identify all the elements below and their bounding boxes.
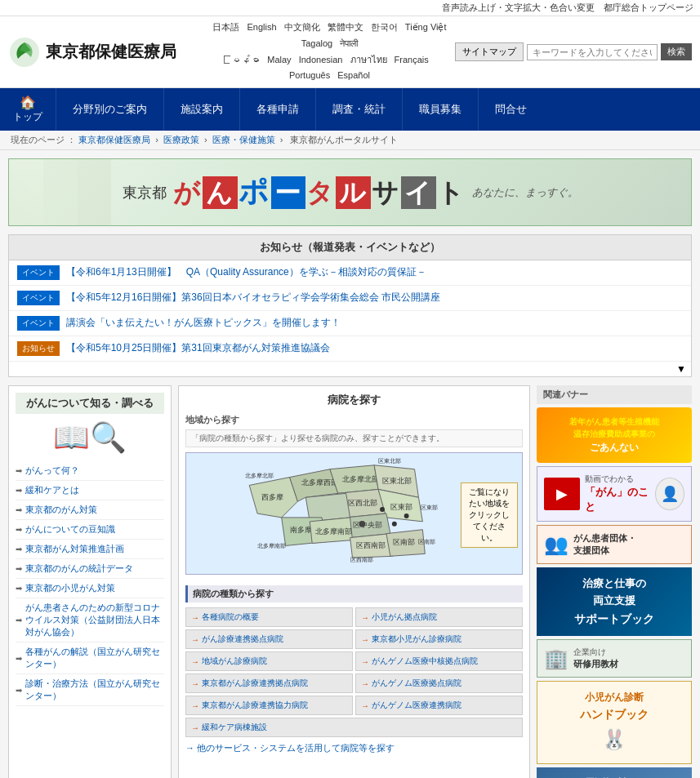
link-cancer-types[interactable]: ➡ 各種がんの解説（国立がん研究センター） [16, 646, 164, 670]
header-bar: 東京都保健医療局 日本語 English 中文簡化 繁體中文 한국어 Tiếng… [0, 16, 700, 88]
type-search-title: 病院の種類から探す [185, 585, 523, 602]
map-label-kitaw: 北多摩西部 [301, 479, 338, 487]
link-tokyo-measures[interactable]: ➡ 東京都のがん対策 [16, 504, 164, 516]
search-input[interactable] [527, 44, 658, 60]
arrow-icon: → [191, 657, 199, 666]
link-stats[interactable]: ➡ 東京都のがんの統計データ [16, 562, 164, 575]
list-item: ➡ 各種がんの解説（国立がん研究センター） [16, 642, 164, 674]
nav-division-guide[interactable]: 分野別のご案内 [56, 88, 163, 131]
main-navigation: 🏠 トップ 分野別のご案内 施設案内 各種申請 調査・統計 職員募集 問合せ [0, 88, 700, 131]
map-label-kucenter: 区中央部 [353, 521, 382, 529]
lang-zh-s[interactable]: 中文簡化 [284, 22, 320, 32]
news-item-2: イベント 【令和5年12月16日開催】第36回日本バイオセラピィ学会学術集会総会… [9, 286, 691, 311]
news-badge-3: イベント [17, 316, 60, 331]
type-general-hospitals[interactable]: → 各種病院の概要 [185, 607, 353, 627]
type-genome-core[interactable]: → がんゲノム医療中核拠点病院 [355, 651, 523, 671]
map-label-kitas: 北多摩南部 [315, 527, 352, 536]
news-link-2[interactable]: 【令和5年12月16日開催】第36回日本バイオセラピィ学会学術集会総会 市民公開… [66, 291, 440, 305]
type-tokyo-coop[interactable]: → 東京都がん診療連携協力病院 [185, 696, 353, 715]
lang-id[interactable]: Indonesian [299, 55, 343, 64]
link-corona[interactable]: ➡ がん患者さんのための新型コロナウイルス対策（公益財団法人日本対がん協会） [16, 602, 164, 638]
list-item: ➡ 東京都の小児がん対策 [16, 579, 164, 598]
link-plan[interactable]: ➡ 東京都がん対策推進計画 [16, 543, 164, 555]
nav-recruitment[interactable]: 職員募集 [402, 88, 478, 131]
news-link-1[interactable]: 【令和6年1月13日開催】 QA（Quality Assurance）を学ぶ－相… [66, 265, 426, 279]
link-knowledge[interactable]: ➡ がんについての豆知識 [16, 523, 164, 536]
link-child-cancer[interactable]: ➡ 東京都の小児がん対策 [16, 582, 164, 594]
child-cancer-banner[interactable]: 小児がん診断 ハンドブック 🐰 [537, 681, 692, 764]
lang-ms[interactable]: Malay [267, 55, 291, 64]
news-link-3[interactable]: 講演会「いま伝えたい！がん医療トピックス」を開催します！ [66, 316, 341, 330]
breadcrumb-home[interactable]: 東京都保健医療局 [78, 135, 150, 144]
type-genome-network[interactable]: → がんゲノム医療連携病院 [355, 696, 523, 715]
young-cancer-banner[interactable]: 若年がん患者等生殖機能 温存治療費助成事業の ごあんない [537, 407, 692, 463]
list-item: ➡ がんについての豆知識 [16, 520, 164, 540]
lang-my[interactable]: မြန်မာ [230, 55, 260, 64]
sitemap-button[interactable]: サイトマップ [455, 42, 524, 61]
video-banner[interactable]: ▶ 動画でわかる 「がん」のこと 👤 [537, 466, 692, 522]
news-item-4: お知らせ 【令和5年10月25日開催】第31回東京都がん対策推進協議会 [9, 336, 691, 362]
lang-vi[interactable]: Tiếng Việt [405, 22, 447, 32]
portal-top-link[interactable]: 都庁総合トップページ [604, 2, 693, 12]
lang-pt[interactable]: Português [289, 70, 330, 80]
breadcrumb-medical[interactable]: 医療・保健施策 [212, 135, 275, 144]
main-content: 東京都 がんポータルサイト あなたに、まっすぐ。 お知らせ（報道発表・イベントな… [0, 150, 700, 778]
arrow-icon: → [191, 679, 199, 688]
map-dot-4 [404, 513, 409, 518]
nav-statistics[interactable]: 調査・統計 [315, 88, 402, 131]
portal-banner: 東京都 がんポータルサイト あなたに、まっすぐ。 [8, 158, 692, 226]
banner-tokyo-text: 東京都 [123, 183, 167, 202]
scroll-arrow[interactable]: ▼ [9, 362, 691, 376]
link-what-is-cancer[interactable]: ➡ がんって何？ [16, 465, 164, 477]
news-link-4[interactable]: 【令和5年10月25日開催】第31回東京都がん対策推進協議会 [66, 341, 330, 355]
type-child-cancer[interactable]: → 小児がん拠点病院 [355, 607, 523, 627]
list-item: ➡ 東京都のがんの統計データ [16, 559, 164, 579]
lang-fr[interactable]: Français [395, 55, 429, 64]
type-tokyo-child[interactable]: → 東京都小児がん診療病院 [355, 629, 523, 649]
type-label: がんゲノム医療連携病院 [372, 700, 461, 711]
map-label-kuwsouth: 区西南部 [356, 542, 386, 550]
news-badge-1: イベント [17, 265, 60, 280]
nav-applications[interactable]: 各種申請 [239, 88, 315, 131]
lang-ja[interactable]: 日本語 [212, 22, 239, 32]
link-treatment[interactable]: ➡ 診断・治療方法（国立がん研究センター） [16, 678, 164, 702]
nav-home[interactable]: 🏠 トップ [0, 88, 56, 131]
company-banner[interactable]: 🏢 企業向け 研修用教材 [537, 639, 692, 678]
label-kita-north: 北多摩北部 [245, 473, 274, 478]
lang-ne[interactable]: नेपाली [340, 38, 358, 48]
voice-text-link[interactable]: 音声読み上げ・文字拡大・色合い変更 [442, 2, 595, 12]
search-area: サイトマップ 検索 [455, 42, 692, 61]
middle-column: 病院を探す 地域から探す 「病院の種類から探す」より探せる病院のみ、探すことがで… [178, 385, 530, 778]
map-click-hint: ご覧になりたい地域をクリックしてください。 [461, 482, 518, 548]
nav-contact[interactable]: 問合せ [478, 88, 543, 131]
type-genome-hub[interactable]: → がんゲノム医療拠点病院 [355, 674, 523, 693]
lang-tl[interactable]: Tagalog [301, 38, 333, 48]
lang-zh-t[interactable]: 繁體中文 [328, 22, 363, 32]
arrow-icon: → [361, 701, 369, 710]
work-book: サポートブック [545, 610, 684, 628]
breadcrumb-policy[interactable]: 医療政策 [163, 135, 199, 144]
child-subtitle: ハンドブック [546, 705, 683, 723]
type-tokyo-hub[interactable]: → 東京都がん診療連携拠点病院 [185, 674, 353, 693]
arrow-icon: → [191, 635, 199, 644]
lang-ko[interactable]: 한국어 [371, 22, 398, 32]
search-button[interactable]: 検索 [661, 43, 692, 60]
palliative-care-banner[interactable]: 医師等に対する 緩和ケア研修会 [537, 767, 692, 778]
type-label: 東京都がん診療連携拠点病院 [202, 678, 308, 689]
patient-support-banner[interactable]: 👥 がん患者団体・支援団体 [537, 525, 692, 564]
nav-facilities[interactable]: 施設案内 [163, 88, 239, 131]
lang-en[interactable]: English [247, 22, 277, 32]
type-regional-cancer[interactable]: → 地域がん診療病院 [185, 651, 353, 671]
arrow-icon: → [191, 701, 199, 710]
lang-th[interactable]: ภาษาไทย [350, 55, 387, 64]
link-palliative[interactable]: ➡ 緩和ケアとは [16, 484, 164, 496]
type-cancer-hub[interactable]: → がん診療連携拠点病院 [185, 629, 353, 649]
video-person-icon: 👤 [655, 478, 684, 510]
other-search-link[interactable]: → 他のサービス・システムを活用して病院等を探す [185, 743, 395, 753]
lang-es[interactable]: Español [337, 70, 370, 80]
work-support-banner[interactable]: 治療と仕事の 両立支援 サポートブック [537, 567, 692, 636]
news-badge-4: お知らせ [17, 341, 60, 356]
banner-subtitle: あなたに、まっすぐ。 [472, 185, 578, 200]
map-label-kitan: 北多摩北部 [342, 475, 379, 483]
type-palliative-ward[interactable]: → 緩和ケア病棟施設 [185, 718, 523, 737]
